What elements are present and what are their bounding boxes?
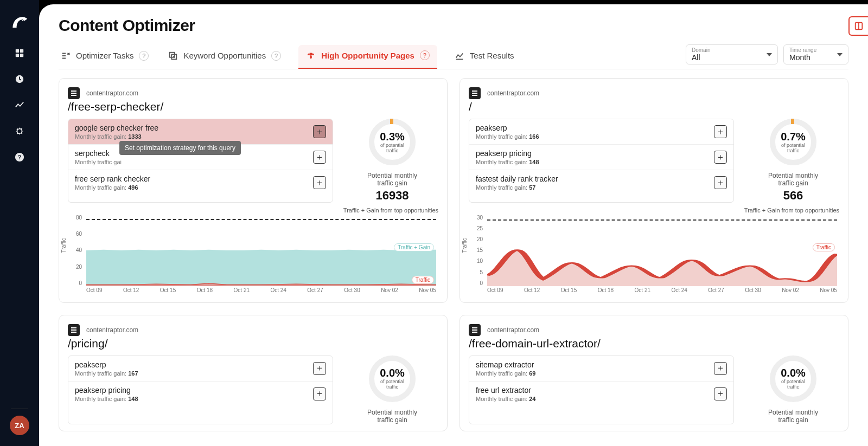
area-chart (487, 215, 837, 286)
query-list: peakserpMonthly traffic gain: 167 ＋ peak… (68, 355, 333, 424)
query-row[interactable]: free url extractorMonthly traffic gain: … (469, 382, 733, 406)
tab-label: Optimizer Tasks (76, 51, 133, 60)
clock-icon[interactable] (14, 74, 25, 85)
query-row[interactable]: free serp rank checker Monthly traffic g… (68, 170, 333, 195)
query-row[interactable]: sitemap extractorMonthly traffic gain: 6… (469, 356, 733, 382)
query-gain: Monthly traffic gain: 69 (476, 370, 535, 377)
app-logo (10, 13, 29, 33)
tooltip: Set optimization strategy for this query (119, 141, 241, 155)
opportunity-card: contentraptor.com /free-domain-url-extra… (459, 315, 848, 431)
select-label: Domain (692, 47, 761, 53)
chart-ylabel: Traffic (61, 238, 67, 253)
potential-monthly-label: Potential monthly traffic gain (768, 172, 818, 188)
query-text: fastest daily rank tracker (476, 174, 558, 183)
add-strategy-button[interactable]: ＋ (313, 125, 326, 138)
add-strategy-button[interactable]: ＋ (313, 176, 326, 189)
tab-label: Keyword Opportunities (183, 51, 266, 60)
query-text: free url extractor (476, 386, 535, 395)
potential-ring: 0.0% of potential traffic (369, 355, 416, 402)
query-row[interactable]: peakserpMonthly traffic gain: 167 ＋ (68, 356, 333, 382)
dashboard-icon[interactable] (14, 48, 25, 59)
query-gain: Monthly traffic gain: 148 (476, 159, 539, 165)
time-range-select[interactable]: Time range Month (783, 44, 848, 64)
metric-panel: 0.7% of potential traffic Potential mont… (747, 119, 839, 203)
svg-rect-16 (310, 55, 312, 59)
query-text: peakserp (476, 124, 539, 132)
query-row[interactable]: peakserpMonthly traffic gain: 166 ＋ (469, 119, 733, 145)
potential-ring: 0.3% of potential traffic (369, 119, 416, 165)
potential-ring: 0.7% of potential traffic (770, 119, 816, 165)
select-value: All (692, 53, 761, 62)
svg-point-18 (312, 53, 313, 54)
query-row[interactable]: peakserp pricingMonthly traffic gain: 14… (469, 145, 733, 170)
tab-test-results[interactable]: Test Results (452, 46, 516, 68)
metric-panel: 0.3% of potential traffic Potential mont… (346, 119, 438, 203)
add-strategy-button[interactable]: ＋ (714, 362, 727, 375)
potential-monthly-label: Potential monthly traffic gain (367, 172, 417, 188)
potential-pct: 0.0% (781, 367, 806, 379)
query-text: peakserp pricing (75, 386, 138, 395)
help-icon[interactable]: ? (14, 152, 25, 163)
keywords-icon (168, 51, 178, 61)
query-row[interactable]: fastest daily rank trackerMonthly traffi… (469, 170, 733, 195)
metric-panel: 0.0% of potential traffic Potential mont… (346, 355, 438, 424)
query-list: sitemap extractorMonthly traffic gain: 6… (469, 355, 734, 424)
gear-icon[interactable] (14, 126, 25, 137)
potential-pct: 0.7% (781, 131, 806, 143)
chart-legend: Traffic + Gain from top opportunities (469, 207, 839, 214)
mushroom-icon (306, 50, 316, 60)
divider (11, 409, 28, 409)
potential-label: of potential traffic (380, 379, 404, 390)
tab-label: Test Results (470, 51, 514, 60)
card-path: /pricing/ (68, 337, 438, 350)
opportunity-card: contentraptor.com / peakserpMonthly traf… (459, 78, 848, 303)
add-strategy-button[interactable]: ＋ (714, 176, 727, 189)
legend-tag: Traffic + Gain (394, 243, 434, 251)
add-strategy-button[interactable]: ＋ (313, 387, 326, 400)
potential-monthly-label: Potential monthly traffic gain (768, 409, 818, 424)
add-strategy-button[interactable]: ＋ (714, 125, 727, 138)
add-strategy-button[interactable]: ＋ (313, 151, 326, 164)
query-text: google serp checker free (75, 124, 158, 132)
svg-text:?: ? (18, 154, 22, 160)
tab-high-opportunity-pages[interactable]: High Opportunity Pages ? (298, 45, 437, 69)
potential-label: of potential traffic (781, 143, 805, 154)
add-strategy-button[interactable]: ＋ (313, 362, 326, 375)
legend-tag: Traffic (412, 276, 434, 284)
card-path: / (469, 100, 839, 113)
target-line (86, 219, 436, 220)
query-text: free serp rank checker (75, 174, 150, 183)
main-panel: Content Optimizer Optimizer Tasks ? Keyw… (39, 4, 868, 446)
target-line (487, 219, 837, 221)
add-strategy-button[interactable]: ＋ (714, 387, 727, 400)
query-row[interactable]: peakserp pricingMonthly traffic gain: 14… (68, 382, 333, 406)
query-gain: Monthly traffic gain: 167 (75, 370, 138, 377)
help-dot-icon[interactable]: ? (139, 51, 149, 61)
card-domain: contentraptor.com (487, 326, 539, 334)
help-dot-icon[interactable]: ? (420, 50, 430, 60)
tab-keyword-opportunities[interactable]: Keyword Opportunities ? (166, 46, 283, 68)
potential-monthly-value: 16938 (375, 189, 409, 203)
x-axis: Oct 09Oct 12Oct 15Oct 18Oct 21Oct 24Oct … (86, 287, 436, 296)
query-list: google serp checker free Monthly traffic… (68, 119, 333, 203)
domain-select[interactable]: Domain All (686, 44, 778, 64)
potential-monthly-label: Potential monthly traffic gain (367, 409, 417, 424)
chevron-down-icon (837, 53, 843, 56)
add-strategy-button[interactable]: ＋ (714, 151, 727, 164)
card-path: /free-serp-checker/ (68, 100, 438, 113)
user-avatar[interactable]: ZA (10, 416, 29, 435)
notes-button[interactable] (848, 16, 868, 36)
page-icon (68, 324, 80, 336)
potential-pct: 0.0% (380, 367, 405, 379)
chart: Traffic + Gain from top opportunities Tr… (68, 207, 438, 296)
chart-ylabel: Traffic (462, 238, 468, 253)
help-dot-icon[interactable]: ? (271, 51, 281, 61)
tab-optimizer-tasks[interactable]: Optimizer Tasks ? (59, 46, 151, 68)
query-text: sitemap extractor (476, 360, 535, 369)
potential-label: of potential traffic (380, 143, 404, 154)
query-text: peakserp pricing (476, 149, 539, 158)
query-gain: Monthly traffic gain: 148 (75, 396, 138, 402)
card-domain: contentraptor.com (86, 326, 138, 334)
chart-icon[interactable] (14, 100, 25, 111)
card-domain: contentraptor.com (487, 89, 539, 97)
